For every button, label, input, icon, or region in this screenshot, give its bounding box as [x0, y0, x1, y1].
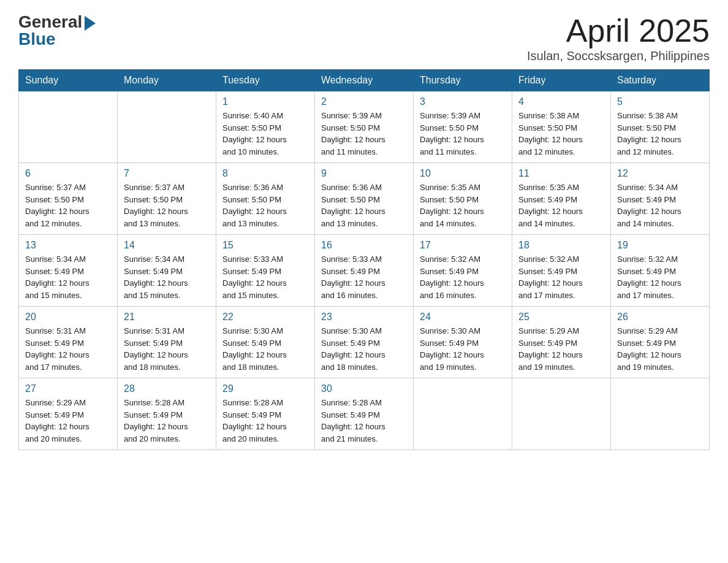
- location-text: Isulan, Soccsksargen, Philippines: [527, 49, 710, 63]
- header-cell-tuesday: Tuesday: [216, 70, 315, 91]
- week-row-5: 27Sunrise: 5:29 AM Sunset: 5:49 PM Dayli…: [19, 378, 710, 450]
- day-cell: [611, 378, 710, 450]
- day-cell: 25Sunrise: 5:29 AM Sunset: 5:49 PM Dayli…: [512, 307, 611, 378]
- logo-blue-text: Blue: [18, 29, 56, 49]
- day-info: Sunrise: 5:39 AM Sunset: 5:50 PM Dayligh…: [321, 110, 407, 158]
- day-info: Sunrise: 5:40 AM Sunset: 5:50 PM Dayligh…: [222, 110, 308, 158]
- day-number: 29: [222, 383, 308, 394]
- day-cell: [118, 91, 216, 163]
- header-row: SundayMondayTuesdayWednesdayThursdayFrid…: [19, 70, 710, 91]
- day-cell: 27Sunrise: 5:29 AM Sunset: 5:49 PM Dayli…: [19, 378, 118, 450]
- day-number: 14: [124, 240, 210, 251]
- month-title: April 2025: [527, 12, 710, 49]
- day-cell: 9Sunrise: 5:36 AM Sunset: 5:50 PM Daylig…: [315, 163, 414, 235]
- day-cell: [512, 378, 611, 450]
- day-info: Sunrise: 5:38 AM Sunset: 5:50 PM Dayligh…: [518, 110, 604, 158]
- day-info: Sunrise: 5:35 AM Sunset: 5:50 PM Dayligh…: [420, 182, 506, 229]
- day-info: Sunrise: 5:32 AM Sunset: 5:49 PM Dayligh…: [617, 253, 703, 301]
- day-number: 18: [518, 240, 604, 251]
- day-info: Sunrise: 5:36 AM Sunset: 5:50 PM Dayligh…: [321, 182, 407, 229]
- day-number: 21: [124, 312, 210, 323]
- day-info: Sunrise: 5:32 AM Sunset: 5:49 PM Dayligh…: [420, 253, 506, 301]
- day-cell: 11Sunrise: 5:35 AM Sunset: 5:49 PM Dayli…: [512, 163, 611, 235]
- day-info: Sunrise: 5:30 AM Sunset: 5:49 PM Dayligh…: [321, 325, 407, 373]
- day-number: 3: [420, 96, 506, 107]
- day-info: Sunrise: 5:38 AM Sunset: 5:50 PM Dayligh…: [617, 110, 703, 158]
- day-number: 8: [222, 168, 308, 179]
- day-info: Sunrise: 5:32 AM Sunset: 5:49 PM Dayligh…: [518, 253, 604, 301]
- day-number: 26: [617, 312, 703, 323]
- week-row-3: 13Sunrise: 5:34 AM Sunset: 5:49 PM Dayli…: [19, 235, 710, 307]
- day-number: 5: [617, 96, 703, 107]
- day-info: Sunrise: 5:29 AM Sunset: 5:49 PM Dayligh…: [25, 397, 111, 445]
- day-number: 7: [124, 168, 210, 179]
- day-cell: [19, 91, 118, 163]
- day-info: Sunrise: 5:29 AM Sunset: 5:49 PM Dayligh…: [617, 325, 703, 373]
- day-info: Sunrise: 5:30 AM Sunset: 5:49 PM Dayligh…: [420, 325, 506, 373]
- logo: General Blue: [18, 12, 96, 49]
- day-number: 24: [420, 312, 506, 323]
- day-number: 23: [321, 312, 407, 323]
- day-number: 6: [25, 168, 111, 179]
- day-cell: 22Sunrise: 5:30 AM Sunset: 5:49 PM Dayli…: [216, 307, 315, 378]
- page-header: General Blue April 2025 Isulan, Soccsksa…: [18, 12, 710, 63]
- day-cell: 24Sunrise: 5:30 AM Sunset: 5:49 PM Dayli…: [414, 307, 512, 378]
- header-cell-thursday: Thursday: [414, 70, 512, 91]
- day-cell: 1Sunrise: 5:40 AM Sunset: 5:50 PM Daylig…: [216, 91, 315, 163]
- header-cell-wednesday: Wednesday: [315, 70, 414, 91]
- day-info: Sunrise: 5:31 AM Sunset: 5:49 PM Dayligh…: [25, 325, 111, 373]
- calendar-body: 1Sunrise: 5:40 AM Sunset: 5:50 PM Daylig…: [19, 91, 710, 450]
- header-cell-friday: Friday: [512, 70, 611, 91]
- day-info: Sunrise: 5:37 AM Sunset: 5:50 PM Dayligh…: [25, 182, 111, 229]
- day-info: Sunrise: 5:34 AM Sunset: 5:49 PM Dayligh…: [25, 253, 111, 301]
- day-number: 22: [222, 312, 308, 323]
- week-row-4: 20Sunrise: 5:31 AM Sunset: 5:49 PM Dayli…: [19, 307, 710, 378]
- day-number: 12: [617, 168, 703, 179]
- logo-arrow-icon: [85, 16, 96, 31]
- day-cell: 5Sunrise: 5:38 AM Sunset: 5:50 PM Daylig…: [611, 91, 710, 163]
- day-number: 19: [617, 240, 703, 251]
- week-row-2: 6Sunrise: 5:37 AM Sunset: 5:50 PM Daylig…: [19, 163, 710, 235]
- day-number: 20: [25, 312, 111, 323]
- day-info: Sunrise: 5:34 AM Sunset: 5:49 PM Dayligh…: [124, 253, 210, 301]
- header-cell-monday: Monday: [118, 70, 216, 91]
- day-cell: 14Sunrise: 5:34 AM Sunset: 5:49 PM Dayli…: [118, 235, 216, 307]
- day-cell: 30Sunrise: 5:28 AM Sunset: 5:49 PM Dayli…: [315, 378, 414, 450]
- day-number: 30: [321, 383, 407, 394]
- day-info: Sunrise: 5:28 AM Sunset: 5:49 PM Dayligh…: [222, 397, 308, 445]
- week-row-1: 1Sunrise: 5:40 AM Sunset: 5:50 PM Daylig…: [19, 91, 710, 163]
- day-info: Sunrise: 5:35 AM Sunset: 5:49 PM Dayligh…: [518, 182, 604, 229]
- day-cell: 10Sunrise: 5:35 AM Sunset: 5:50 PM Dayli…: [414, 163, 512, 235]
- day-info: Sunrise: 5:39 AM Sunset: 5:50 PM Dayligh…: [420, 110, 506, 158]
- day-info: Sunrise: 5:30 AM Sunset: 5:49 PM Dayligh…: [222, 325, 308, 373]
- day-info: Sunrise: 5:33 AM Sunset: 5:49 PM Dayligh…: [222, 253, 308, 301]
- day-number: 17: [420, 240, 506, 251]
- header-cell-saturday: Saturday: [611, 70, 710, 91]
- day-cell: 8Sunrise: 5:36 AM Sunset: 5:50 PM Daylig…: [216, 163, 315, 235]
- day-cell: 15Sunrise: 5:33 AM Sunset: 5:49 PM Dayli…: [216, 235, 315, 307]
- day-cell: 17Sunrise: 5:32 AM Sunset: 5:49 PM Dayli…: [414, 235, 512, 307]
- day-number: 11: [518, 168, 604, 179]
- day-cell: 13Sunrise: 5:34 AM Sunset: 5:49 PM Dayli…: [19, 235, 118, 307]
- header-cell-sunday: Sunday: [19, 70, 118, 91]
- day-info: Sunrise: 5:37 AM Sunset: 5:50 PM Dayligh…: [124, 182, 210, 229]
- day-cell: 29Sunrise: 5:28 AM Sunset: 5:49 PM Dayli…: [216, 378, 315, 450]
- day-number: 28: [124, 383, 210, 394]
- day-number: 27: [25, 383, 111, 394]
- day-cell: 23Sunrise: 5:30 AM Sunset: 5:49 PM Dayli…: [315, 307, 414, 378]
- day-number: 10: [420, 168, 506, 179]
- day-number: 2: [321, 96, 407, 107]
- calendar-table: SundayMondayTuesdayWednesdayThursdayFrid…: [18, 69, 710, 450]
- day-number: 13: [25, 240, 111, 251]
- day-cell: 28Sunrise: 5:28 AM Sunset: 5:49 PM Dayli…: [118, 378, 216, 450]
- day-number: 25: [518, 312, 604, 323]
- day-cell: 20Sunrise: 5:31 AM Sunset: 5:49 PM Dayli…: [19, 307, 118, 378]
- day-cell: 2Sunrise: 5:39 AM Sunset: 5:50 PM Daylig…: [315, 91, 414, 163]
- day-cell: 7Sunrise: 5:37 AM Sunset: 5:50 PM Daylig…: [118, 163, 216, 235]
- day-info: Sunrise: 5:28 AM Sunset: 5:49 PM Dayligh…: [124, 397, 210, 445]
- day-cell: 3Sunrise: 5:39 AM Sunset: 5:50 PM Daylig…: [414, 91, 512, 163]
- day-cell: 12Sunrise: 5:34 AM Sunset: 5:49 PM Dayli…: [611, 163, 710, 235]
- day-cell: 26Sunrise: 5:29 AM Sunset: 5:49 PM Dayli…: [611, 307, 710, 378]
- day-info: Sunrise: 5:33 AM Sunset: 5:49 PM Dayligh…: [321, 253, 407, 301]
- day-info: Sunrise: 5:36 AM Sunset: 5:50 PM Dayligh…: [222, 182, 308, 229]
